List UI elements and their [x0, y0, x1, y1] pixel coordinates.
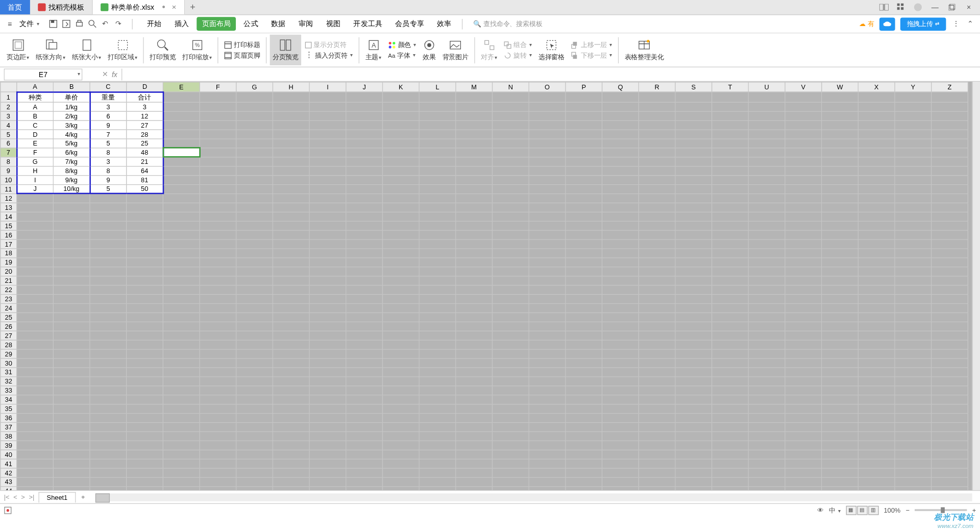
cell-N32[interactable]: [492, 376, 529, 385]
menu-tab-3[interactable]: 公式: [238, 17, 263, 31]
cell-H29[interactable]: [273, 349, 309, 358]
cell-E30[interactable]: [163, 358, 200, 367]
cell-G21[interactable]: [236, 276, 273, 285]
cell-Q13[interactable]: [602, 203, 639, 212]
cell-J35[interactable]: [346, 404, 383, 413]
cell-L11[interactable]: [419, 184, 456, 194]
cell-O28[interactable]: [529, 340, 566, 349]
cell-G35[interactable]: [236, 404, 273, 413]
cell-Z31[interactable]: [932, 367, 968, 376]
cell-A39[interactable]: [17, 441, 54, 450]
cell-D32[interactable]: [127, 376, 163, 385]
cell-Y8[interactable]: [895, 157, 932, 166]
cell-J10[interactable]: [346, 175, 383, 184]
cell-X37[interactable]: [858, 422, 895, 431]
row-header-4[interactable]: 4: [1, 120, 17, 130]
row-header-41[interactable]: 41: [1, 459, 17, 468]
cell-L43[interactable]: [419, 477, 456, 486]
cell-W38[interactable]: [822, 431, 859, 441]
cell-F21[interactable]: [200, 276, 236, 285]
cell-B27[interactable]: [53, 331, 90, 340]
cell-H40[interactable]: [273, 450, 309, 459]
cell-K33[interactable]: [382, 385, 419, 395]
cell-E13[interactable]: [163, 203, 200, 212]
cell-A30[interactable]: [17, 358, 54, 367]
cell-D21[interactable]: [127, 276, 163, 285]
cell-F2[interactable]: [200, 102, 236, 111]
cell-S20[interactable]: [675, 267, 712, 276]
cell-U15[interactable]: [748, 221, 785, 230]
cell-E10[interactable]: [163, 175, 200, 184]
cell-Z23[interactable]: [932, 294, 968, 303]
cell-U34[interactable]: [748, 395, 785, 404]
cell-E36[interactable]: [163, 413, 200, 422]
cell-J37[interactable]: [346, 422, 383, 431]
cell-M13[interactable]: [456, 203, 493, 212]
cell-O6[interactable]: [529, 138, 566, 148]
cell-X4[interactable]: [858, 120, 895, 130]
cell-E34[interactable]: [163, 395, 200, 404]
cell-I12[interactable]: [309, 194, 346, 203]
cell-A31[interactable]: [17, 367, 54, 376]
cell-Y40[interactable]: [895, 450, 932, 459]
cell-K7[interactable]: [382, 148, 419, 157]
print-title-button[interactable]: 打印标题: [224, 40, 260, 50]
cell-O35[interactable]: [529, 404, 566, 413]
cell-O7[interactable]: [529, 148, 566, 157]
cell-Z15[interactable]: [932, 221, 968, 230]
cell-S29[interactable]: [675, 349, 712, 358]
cell-D30[interactable]: [127, 358, 163, 367]
cell-R38[interactable]: [639, 431, 675, 441]
cell-S14[interactable]: [675, 212, 712, 221]
cell-V13[interactable]: [785, 203, 822, 212]
cell-B11[interactable]: 10/kg: [53, 184, 90, 194]
row-header-6[interactable]: 6: [1, 138, 17, 148]
cell-A12[interactable]: [17, 194, 54, 203]
cell-E19[interactable]: [163, 257, 200, 267]
col-header-P[interactable]: P: [566, 82, 602, 92]
cell-D41[interactable]: [127, 459, 163, 468]
cell-D23[interactable]: [127, 294, 163, 303]
cell-Z27[interactable]: [932, 331, 968, 340]
cell-F11[interactable]: [200, 184, 236, 194]
row-header-10[interactable]: 10: [1, 175, 17, 184]
cell-T5[interactable]: [712, 129, 749, 138]
cell-G3[interactable]: [236, 111, 273, 120]
cell-Z3[interactable]: [932, 111, 968, 120]
cell-A15[interactable]: [17, 221, 54, 230]
cell-X3[interactable]: [858, 111, 895, 120]
cell-D7[interactable]: 48: [127, 148, 163, 157]
cell-O27[interactable]: [529, 331, 566, 340]
cell-O33[interactable]: [529, 385, 566, 395]
cell-E20[interactable]: [163, 267, 200, 276]
cell-Q24[interactable]: [602, 303, 639, 312]
zoom-value[interactable]: 100%: [884, 506, 901, 514]
cell-G5[interactable]: [236, 129, 273, 138]
cell-X1[interactable]: [858, 92, 895, 102]
cell-D18[interactable]: [127, 248, 163, 257]
cell-J25[interactable]: [346, 312, 383, 322]
cell-H1[interactable]: [273, 92, 309, 102]
cell-M3[interactable]: [456, 111, 493, 120]
cell-R13[interactable]: [639, 203, 675, 212]
cell-W6[interactable]: [822, 138, 859, 148]
cell-E3[interactable]: [163, 111, 200, 120]
cell-F4[interactable]: [200, 120, 236, 130]
cell-H4[interactable]: [273, 120, 309, 130]
cell-L33[interactable]: [419, 385, 456, 395]
cell-M40[interactable]: [456, 450, 493, 459]
cell-F38[interactable]: [200, 431, 236, 441]
cell-X40[interactable]: [858, 450, 895, 459]
cell-F12[interactable]: [200, 194, 236, 203]
cell-J39[interactable]: [346, 441, 383, 450]
cell-A13[interactable]: [17, 203, 54, 212]
cell-I31[interactable]: [309, 367, 346, 376]
cell-K38[interactable]: [382, 431, 419, 441]
cell-E37[interactable]: [163, 422, 200, 431]
cell-J33[interactable]: [346, 385, 383, 395]
cell-P12[interactable]: [566, 194, 602, 203]
cell-A32[interactable]: [17, 376, 54, 385]
cell-T3[interactable]: [712, 111, 749, 120]
cell-F35[interactable]: [200, 404, 236, 413]
cell-Q29[interactable]: [602, 349, 639, 358]
